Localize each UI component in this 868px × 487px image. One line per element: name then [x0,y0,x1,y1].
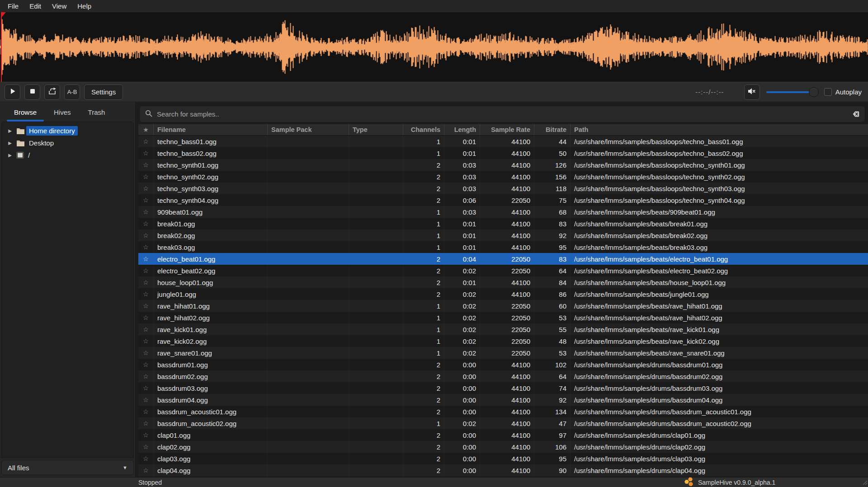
table-row[interactable]: ☆ electro_beat02.ogg 2 0:02 22050 64 /us… [138,265,868,276]
favorite-star-icon[interactable]: ☆ [138,241,154,253]
menu-item[interactable]: Edit [24,1,47,11]
play-button[interactable] [5,84,20,100]
column-header-type[interactable]: Type [349,124,403,135]
favorite-star-icon[interactable]: ☆ [138,312,154,323]
favorite-star-icon[interactable]: ☆ [138,253,154,265]
table-row[interactable]: ☆ techno_synth04.ogg 2 0:06 22050 75 /us… [138,194,868,206]
favorite-star-icon[interactable]: ☆ [138,136,154,147]
favorite-star-icon[interactable]: ☆ [138,370,154,382]
favorite-star-icon[interactable]: ☆ [138,441,154,453]
favorite-star-icon[interactable]: ☆ [138,183,154,194]
column-header-favorites[interactable]: ★ [138,124,154,135]
favorite-star-icon[interactable]: ☆ [138,335,154,347]
table-row[interactable]: ☆ clap01.ogg 2 0:00 44100 97 /usr/share/… [138,429,868,441]
favorite-star-icon[interactable]: ☆ [138,382,154,394]
favorite-star-icon[interactable]: ☆ [138,218,154,229]
column-header-path[interactable]: Path [571,124,868,135]
table-row[interactable]: ☆ bassdrum04.ogg 2 0:00 44100 92 /usr/sh… [138,394,868,406]
table-row[interactable]: ☆ techno_synth01.ogg 2 0:03 44100 126 /u… [138,159,868,171]
tree-item[interactable]: ▶ / [2,149,133,161]
favorite-star-icon[interactable]: ☆ [138,171,154,183]
cell-length: 0:01 [444,218,480,229]
favorite-star-icon[interactable]: ☆ [138,229,154,241]
file-filter-dropdown[interactable]: All files ▼ [1,460,134,475]
column-header-sample-pack[interactable]: Sample Pack [268,124,349,135]
expander-icon[interactable]: ▶ [6,140,14,145]
favorite-star-icon[interactable]: ☆ [138,276,154,288]
sidebar-tab[interactable]: Trash [80,104,114,122]
menu-item[interactable]: View [47,1,72,11]
table-row[interactable]: ☆ break01.ogg 1 0:01 44100 83 /usr/share… [138,218,868,229]
table-row[interactable]: ☆ rave_kick02.ogg 1 0:02 22050 48 /usr/s… [138,335,868,347]
cell-channels: 2 [403,359,444,370]
column-header-sample-rate[interactable]: Sample Rate [480,124,534,135]
expander-icon[interactable]: ▶ [6,153,14,158]
tree-item[interactable]: ▶ Home directory [2,125,133,137]
table-row[interactable]: ☆ break03.ogg 1 0:01 44100 95 /usr/share… [138,241,868,253]
tree-item[interactable]: ▶ Desktop [2,137,133,149]
column-header-filename[interactable]: Filename [154,124,268,135]
table-row[interactable]: ☆ rave_snare01.ogg 1 0:02 22050 53 /usr/… [138,347,868,359]
table-row[interactable]: ☆ techno_bass02.ogg 1 0:01 44100 50 /usr… [138,147,868,159]
menu-item[interactable]: Help [72,1,97,11]
table-row[interactable]: ☆ rave_hihat01.ogg 1 0:02 22050 60 /usr/… [138,300,868,312]
table-row[interactable]: ☆ rave_hihat02.ogg 1 0:02 22050 53 /usr/… [138,312,868,323]
volume-slider-knob[interactable] [809,87,819,97]
cell-filename: bassdrum02.ogg [154,370,268,382]
search-input[interactable] [157,110,850,118]
table-row[interactable]: ☆ bassdrum_acoustic02.ogg 1 0:02 44100 4… [138,417,868,429]
favorite-star-icon[interactable]: ☆ [138,206,154,218]
stop-button[interactable] [24,84,40,100]
table-row[interactable]: ☆ techno_bass01.ogg 1 0:01 44100 44 /usr… [138,136,868,147]
favorite-star-icon[interactable]: ☆ [138,464,154,476]
favorite-star-icon[interactable]: ☆ [138,300,154,312]
table-row[interactable]: ☆ techno_synth02.ogg 2 0:03 44100 156 /u… [138,171,868,183]
favorite-star-icon[interactable]: ☆ [138,265,154,276]
favorite-star-icon[interactable]: ☆ [138,147,154,159]
waveform-canvas[interactable] [0,12,868,82]
settings-button[interactable]: Settings [84,84,123,100]
volume-slider-track[interactable] [766,91,815,93]
sidebar-tab[interactable]: Hives [45,104,80,122]
favorite-star-icon[interactable]: ☆ [138,394,154,406]
table-row[interactable]: ☆ bassdrum02.ogg 2 0:00 44100 64 /usr/sh… [138,370,868,382]
favorite-star-icon[interactable]: ☆ [138,429,154,441]
favorite-star-icon[interactable]: ☆ [138,406,154,417]
table-row[interactable]: ☆ house_loop01.ogg 2 0:01 44100 84 /usr/… [138,276,868,288]
table-row[interactable]: ☆ clap02.ogg 2 0:00 44100 106 /usr/share… [138,441,868,453]
favorite-star-icon[interactable]: ☆ [138,159,154,171]
table-row[interactable]: ☆ techno_synth03.ogg 2 0:03 44100 118 /u… [138,183,868,194]
column-header-bitrate[interactable]: Bitrate [534,124,571,135]
column-header-channels[interactable]: Channels [403,124,444,135]
table-row[interactable]: ☆ clap04.ogg 2 0:00 44100 90 /usr/share/… [138,464,868,476]
favorite-star-icon[interactable]: ☆ [138,359,154,370]
resize-grip[interactable] [861,479,868,487]
expander-icon[interactable]: ▶ [6,128,14,133]
column-header-length[interactable]: Length [444,124,480,135]
table-row[interactable]: ☆ bassdrum03.ogg 2 0:00 44100 74 /usr/sh… [138,382,868,394]
table-row[interactable]: ☆ jungle01.ogg 2 0:02 44100 86 /usr/shar… [138,288,868,300]
autoplay-checkbox[interactable] [824,88,832,96]
clear-search-icon[interactable] [850,111,859,117]
table-row[interactable]: ☆ 909beat01.ogg 1 0:03 44100 68 /usr/sha… [138,206,868,218]
volume-slider[interactable] [766,87,817,98]
table-row[interactable]: ☆ rave_kick01.ogg 1 0:02 22050 55 /usr/s… [138,323,868,335]
table-row[interactable]: ☆ bassdrum01.ogg 2 0:00 44100 102 /usr/s… [138,359,868,370]
favorite-star-icon[interactable]: ☆ [138,194,154,206]
favorite-star-icon[interactable]: ☆ [138,288,154,300]
menu-item[interactable]: File [2,1,24,11]
table-row[interactable]: ☆ bassdrum_acoustic01.ogg 2 0:00 44100 1… [138,406,868,417]
favorite-star-icon[interactable]: ☆ [138,323,154,335]
favorite-star-icon[interactable]: ☆ [138,347,154,359]
loop-button[interactable] [44,84,60,100]
sidebar-tab[interactable]: Browse [5,104,45,122]
loop-ab-button[interactable]: A-B [64,84,80,100]
table-row[interactable]: ☆ break02.ogg 1 0:01 44100 92 /usr/share… [138,229,868,241]
favorite-star-icon[interactable]: ☆ [138,453,154,464]
cell-sample-rate: 44100 [480,359,534,370]
table-row[interactable]: ☆ electro_beat01.ogg 2 0:04 22050 83 /us… [138,253,868,265]
favorite-star-icon[interactable]: ☆ [138,417,154,429]
mute-button[interactable] [744,84,760,100]
table-row[interactable]: ☆ clap03.ogg 2 0:00 44100 95 /usr/share/… [138,453,868,464]
search-bar[interactable] [139,106,865,122]
